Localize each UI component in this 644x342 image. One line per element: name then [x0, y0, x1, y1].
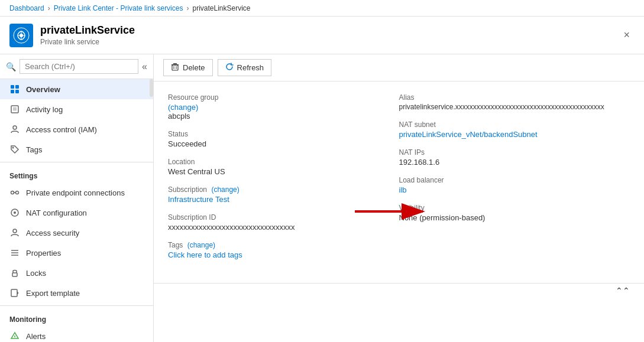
sidebar-access-control-label: Access control (IAM) [26, 125, 97, 134]
sidebar-item-overview[interactable]: Overview [0, 79, 153, 99]
sidebar-activity-log-label: Activity log [26, 105, 63, 114]
nat-ips-label: NAT IPs [399, 148, 630, 157]
monitoring-section: Monitoring [0, 308, 153, 326]
tags-section: Tags (change) Click here to add tags [168, 241, 399, 269]
svg-point-14 [16, 191, 19, 194]
delete-button[interactable]: Delete [163, 59, 213, 76]
search-container: 🔍 « [0, 54, 153, 79]
refresh-label: Refresh [237, 63, 264, 72]
svg-rect-5 [15, 85, 19, 89]
breadcrumb-current: privateLinkService [192, 4, 250, 12]
svg-rect-8 [11, 106, 18, 113]
svg-point-13 [11, 191, 14, 194]
subscription-value[interactable]: Infrastructure Test [168, 195, 229, 204]
sidebar-collapse-button[interactable]: « [142, 61, 147, 72]
sidebar-locks-label: Locks [26, 269, 46, 278]
sidebar-item-alerts[interactable]: Alerts [0, 326, 153, 342]
subscription-id-label: Subscription ID [168, 213, 399, 222]
tags-label: Tags (change) [168, 241, 399, 249]
sidebar-tags-label: Tags [26, 145, 42, 154]
tags-add[interactable]: Click here to add tags [168, 250, 242, 259]
alias-section: Alias privatelinkservice.xxxxxxxxxxxxxxx… [399, 93, 630, 120]
svg-point-12 [12, 147, 14, 149]
sidebar-nat-config-label: NAT configuration [26, 209, 87, 217]
sidebar: 🔍 « Overview Activity log Access contr [0, 54, 154, 342]
nat-ips-value: 192.168.1.6 [399, 158, 630, 167]
overview-icon [9, 84, 20, 95]
resource-subtitle: Private link service [40, 38, 135, 46]
svg-rect-31 [173, 63, 177, 64]
status-section: Status Succeeded [168, 130, 399, 158]
subscription-label: Subscription (change) [168, 185, 399, 194]
tags-change[interactable]: (change) [187, 241, 215, 249]
svg-rect-4 [11, 85, 14, 89]
subscription-id-value: xxxxxxxxxxxxxxxxxxxxxxxxxxxxxxxxx [168, 223, 399, 232]
svg-point-11 [13, 126, 17, 129]
access-control-icon [9, 124, 20, 135]
nat-config-icon [9, 207, 20, 218]
alias-label: Alias [399, 93, 630, 102]
sidebar-item-access-security[interactable]: Access security [0, 223, 153, 243]
sidebar-private-endpoint-label: Private endpoint connections [26, 188, 125, 197]
refresh-button[interactable]: Refresh [218, 59, 272, 76]
resource-group-section: Resource group (change) abcpls [168, 93, 399, 130]
nat-ips-section: NAT IPs 192.168.1.6 [399, 148, 630, 176]
load-balancer-label: Load balancer [399, 176, 630, 184]
search-icon: 🔍 [6, 62, 16, 71]
resource-group-change[interactable]: (change) [168, 103, 198, 112]
sidebar-properties-label: Properties [26, 249, 61, 258]
sidebar-item-activity-log[interactable]: Activity log [0, 99, 153, 119]
load-balancer-section: Load balancer ilb [399, 176, 630, 204]
settings-divider [0, 162, 153, 162]
svg-rect-22 [12, 273, 17, 276]
sidebar-item-private-endpoint[interactable]: Private endpoint connections [0, 183, 153, 203]
monitoring-divider [0, 305, 153, 306]
alias-value: privatelinkservice.xxxxxxxxxxxxxxxxxxxxx… [399, 103, 630, 111]
status-label: Status [168, 130, 399, 138]
tags-icon [9, 144, 20, 155]
resource-group-label: Resource group [168, 93, 399, 102]
location-label: Location [168, 158, 399, 166]
subscription-change[interactable]: (change) [211, 185, 239, 194]
nat-subnet-value[interactable]: privateLinkService_vNet/backendSubnet [399, 130, 538, 139]
sidebar-item-tags[interactable]: Tags [0, 139, 153, 159]
private-endpoint-icon [9, 187, 20, 198]
svg-rect-32 [172, 65, 178, 70]
alerts-icon [9, 331, 20, 341]
sidebar-alerts-label: Alerts [26, 332, 46, 341]
sidebar-item-properties[interactable]: Properties [0, 243, 153, 263]
load-balancer-value[interactable]: ilb [399, 185, 407, 194]
subscription-id-section: Subscription ID xxxxxxxxxxxxxxxxxxxxxxxx… [168, 213, 399, 241]
sidebar-item-access-control[interactable]: Access control (IAM) [0, 119, 153, 139]
visibility-label: Visibility [399, 204, 630, 212]
export-template-icon [9, 288, 20, 298]
svg-point-17 [14, 211, 16, 214]
sidebar-access-security-label: Access security [26, 229, 79, 237]
resource-group-value: abcpls [168, 112, 399, 120]
content-area: Delete Refresh Resource group (change) [154, 54, 644, 342]
sidebar-item-export-template[interactable]: Export template [0, 283, 153, 303]
resource-title: privateLinkService [40, 24, 135, 37]
details-grid: Resource group (change) abcpls Status Su… [154, 82, 644, 281]
visibility-value: None (permission-based) [399, 213, 630, 222]
close-button[interactable]: × [619, 27, 635, 44]
svg-point-18 [13, 229, 17, 233]
refresh-icon [225, 63, 234, 73]
collapse-details-button[interactable]: ⌃⌃ [616, 286, 630, 295]
nat-subnet-section: NAT subnet privateLinkService_vNet/backe… [399, 120, 630, 148]
breadcrumb-private-link[interactable]: Private Link Center - Private link servi… [54, 4, 183, 12]
sidebar-item-locks[interactable]: Locks [0, 263, 153, 283]
activity-log-icon [9, 104, 20, 115]
settings-section: Settings [0, 165, 153, 183]
access-security-icon [9, 227, 20, 238]
svg-rect-7 [15, 90, 19, 93]
search-input[interactable] [20, 59, 138, 74]
delete-icon [171, 63, 179, 73]
visibility-section: Visibility None (permission-based) [399, 204, 630, 232]
breadcrumb-dashboard[interactable]: Dashboard [9, 4, 44, 12]
subscription-section: Subscription (change) Infrastructure Tes… [168, 185, 399, 213]
toolbar: Delete Refresh [154, 54, 644, 82]
locks-icon [9, 268, 20, 278]
resource-icon [9, 24, 33, 47]
sidebar-item-nat-config[interactable]: NAT configuration [0, 203, 153, 223]
